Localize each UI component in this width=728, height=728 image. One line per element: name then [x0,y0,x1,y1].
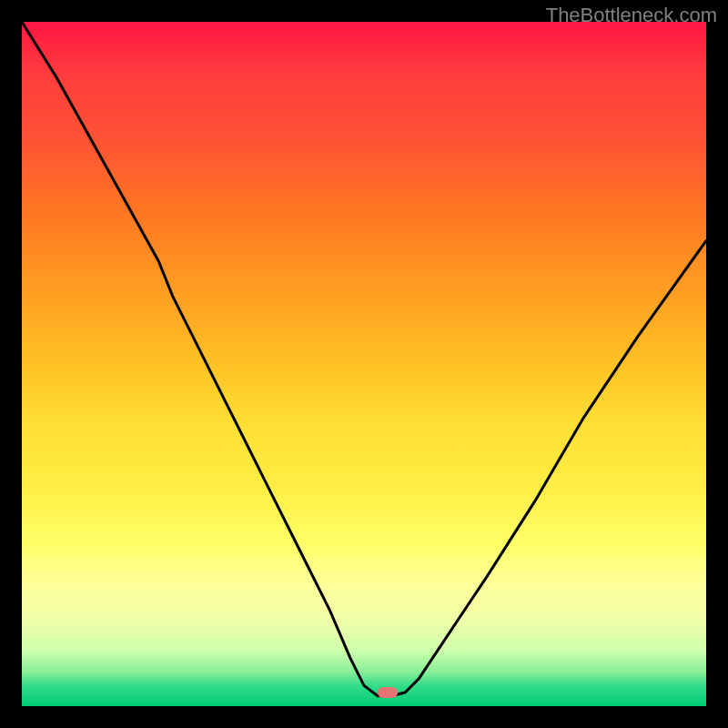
plot-area [22,22,706,706]
watermark-text: TheBottleneck.com [546,4,717,27]
optimal-marker-icon [378,687,398,698]
chart-curve [22,22,706,706]
